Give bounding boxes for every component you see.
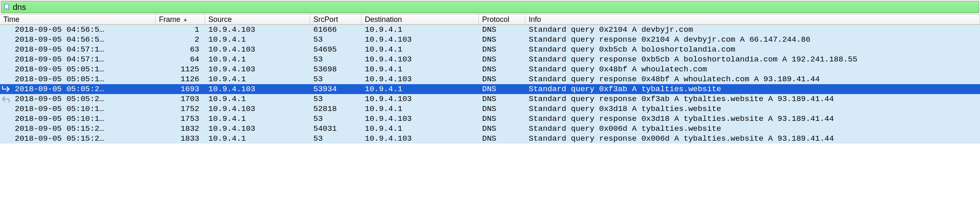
cell-source: 10.9.4.1 [205, 94, 310, 104]
packet-row[interactable]: 2018-09-05 05:05:2…170310.9.4.15310.9.4.… [0, 94, 980, 104]
cell-srcport: 54695 [310, 45, 362, 54]
column-header-protocol[interactable]: Protocol [479, 14, 525, 24]
cell-srcport: 53 [310, 35, 362, 45]
cell-frame: 1832 [156, 124, 205, 134]
cell-srcport: 53 [310, 54, 362, 64]
cell-srcport: 61666 [310, 25, 362, 35]
column-header-srcport[interactable]: SrcPort [310, 14, 362, 24]
column-header-info[interactable]: Info [525, 14, 980, 24]
cell-destination: 10.9.4.1 [362, 64, 479, 74]
packet-row[interactable]: 2018-09-05 04:56:5…210.9.4.15310.9.4.103… [0, 35, 980, 45]
column-header-time[interactable]: Time [0, 14, 156, 24]
cell-protocol: DNS [479, 54, 525, 64]
cell-protocol: DNS [479, 114, 525, 124]
cell-protocol: DNS [479, 45, 525, 54]
cell-info: Standard query response 0x48bf A whoulat… [525, 74, 980, 84]
cell-destination: 10.9.4.1 [362, 84, 479, 94]
row-marker [0, 35, 12, 45]
cell-source: 10.9.4.1 [205, 74, 310, 84]
cell-source: 10.9.4.103 [205, 124, 310, 134]
cell-destination: 10.9.4.103 [362, 35, 479, 45]
cell-source: 10.9.4.103 [205, 64, 310, 74]
cell-time: 2018-09-05 04:56:5… [12, 35, 156, 45]
cell-time: 2018-09-05 04:56:5… [12, 25, 156, 35]
cell-info: Standard query response 0xf3ab A tybalti… [525, 94, 980, 104]
packet-row[interactable]: 2018-09-05 05:05:1…112610.9.4.15310.9.4.… [0, 74, 980, 84]
display-filter-input[interactable] [13, 2, 977, 12]
packet-row[interactable]: 2018-09-05 05:10:1…175310.9.4.15310.9.4.… [0, 114, 980, 124]
column-header-source[interactable]: Source [205, 14, 310, 24]
cell-protocol: DNS [479, 64, 525, 74]
packet-row[interactable]: 2018-09-05 05:10:1…175210.9.4.1035281810… [0, 104, 980, 114]
column-header-frame-label: Frame [159, 15, 180, 24]
response-arrow-icon [0, 94, 12, 104]
cell-protocol: DNS [479, 104, 525, 114]
request-arrow-icon [0, 84, 12, 94]
packet-row[interactable]: 2018-09-05 05:15:2…183310.9.4.15310.9.4.… [0, 134, 980, 144]
cell-info: Standard query 0x006d A tybalties.websit… [525, 124, 980, 134]
row-marker [0, 124, 12, 134]
cell-time: 2018-09-05 05:05:1… [12, 64, 156, 74]
cell-time: 2018-09-05 05:05:2… [12, 84, 156, 94]
cell-protocol: DNS [479, 74, 525, 84]
cell-info: Standard query response 0x2104 A devbyjr… [525, 35, 980, 45]
packet-row[interactable]: 2018-09-05 04:57:1…6410.9.4.15310.9.4.10… [0, 54, 980, 64]
bookmark-icon[interactable] [3, 3, 10, 11]
cell-srcport: 53 [310, 114, 362, 124]
display-filter-bar[interactable] [1, 1, 979, 13]
cell-time: 2018-09-05 04:57:1… [12, 45, 156, 54]
packet-list-header[interactable]: Time Frame ▲ Source SrcPort Destination … [0, 14, 980, 25]
packet-list-body[interactable]: 2018-09-05 04:56:5…110.9.4.1036166610.9.… [0, 25, 980, 144]
cell-protocol: DNS [479, 134, 525, 144]
cell-source: 10.9.4.1 [205, 35, 310, 45]
cell-protocol: DNS [479, 25, 525, 35]
cell-time: 2018-09-05 05:15:2… [12, 124, 156, 134]
cell-time: 2018-09-05 05:15:2… [12, 134, 156, 144]
cell-protocol: DNS [479, 84, 525, 94]
cell-srcport: 52818 [310, 104, 362, 114]
cell-info: Standard query 0xb5cb A boloshortolandia… [525, 45, 980, 54]
cell-source: 10.9.4.1 [205, 134, 310, 144]
cell-time: 2018-09-05 05:10:1… [12, 104, 156, 114]
cell-info: Standard query 0xf3ab A tybalties.websit… [525, 84, 980, 94]
packet-row[interactable]: 2018-09-05 05:05:1…112510.9.4.1035369810… [0, 64, 980, 74]
cell-frame: 1753 [156, 114, 205, 124]
packet-row[interactable]: 2018-09-05 05:15:2…183210.9.4.1035403110… [0, 124, 980, 134]
cell-srcport: 53 [310, 74, 362, 84]
cell-frame: 63 [156, 45, 205, 54]
cell-info: Standard query response 0xb5cb A bolosho… [525, 54, 980, 64]
packet-row[interactable]: 2018-09-05 04:57:1…6310.9.4.1035469510.9… [0, 45, 980, 54]
row-marker [0, 64, 12, 74]
packet-row[interactable]: 2018-09-05 04:56:5…110.9.4.1036166610.9.… [0, 25, 980, 35]
column-header-frame[interactable]: Frame ▲ [156, 14, 205, 24]
cell-info: Standard query 0x2104 A devbyjr.com [525, 25, 980, 35]
row-marker [0, 104, 12, 114]
cell-info: Standard query 0x48bf A whoulatech.com [525, 64, 980, 74]
cell-srcport: 53 [310, 94, 362, 104]
cell-destination: 10.9.4.103 [362, 134, 479, 144]
column-header-destination[interactable]: Destination [362, 14, 479, 24]
cell-time: 2018-09-05 05:10:1… [12, 114, 156, 124]
cell-source: 10.9.4.1 [205, 54, 310, 64]
cell-srcport: 54031 [310, 124, 362, 134]
cell-frame: 1752 [156, 104, 205, 114]
cell-source: 10.9.4.1 [205, 114, 310, 124]
row-marker [0, 54, 12, 64]
cell-time: 2018-09-05 05:05:1… [12, 74, 156, 84]
cell-destination: 10.9.4.1 [362, 104, 479, 114]
cell-destination: 10.9.4.103 [362, 114, 479, 124]
cell-srcport: 53 [310, 134, 362, 144]
cell-source: 10.9.4.103 [205, 84, 310, 94]
cell-srcport: 53698 [310, 64, 362, 74]
cell-frame: 1693 [156, 84, 205, 94]
cell-frame: 1125 [156, 64, 205, 74]
cell-protocol: DNS [479, 35, 525, 45]
packet-row[interactable]: 2018-09-05 05:05:2…169310.9.4.1035393410… [0, 84, 980, 94]
row-marker [0, 134, 12, 144]
cell-destination: 10.9.4.1 [362, 124, 479, 134]
cell-source: 10.9.4.103 [205, 104, 310, 114]
cell-source: 10.9.4.103 [205, 45, 310, 54]
row-marker [0, 114, 12, 124]
cell-protocol: DNS [479, 124, 525, 134]
cell-destination: 10.9.4.103 [362, 94, 479, 104]
